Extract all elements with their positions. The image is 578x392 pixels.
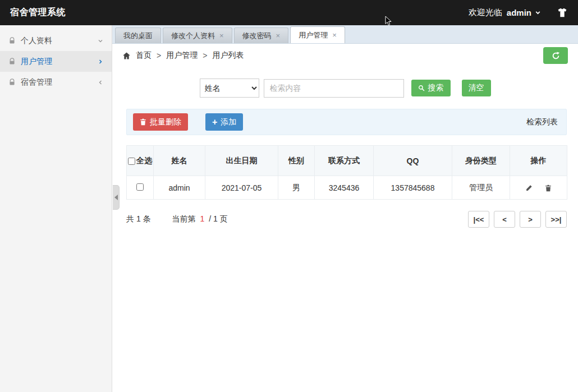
clear-button-label: 清空 <box>469 83 484 93</box>
close-icon[interactable]: × <box>219 32 224 39</box>
clear-button[interactable]: 清空 <box>462 80 491 96</box>
chevron-left-icon <box>114 195 118 200</box>
first-page-button[interactable]: |<< <box>468 211 489 228</box>
search-button[interactable]: 搜索 <box>411 80 451 96</box>
cell-actions <box>510 176 567 200</box>
refresh-button[interactable] <box>543 47 568 64</box>
topbar-right: 欢迎光临 admin <box>469 7 568 18</box>
table-footer: 共 1 条 当前第 1 / 1 页 |<< < > >>| <box>126 211 567 228</box>
current-page-suffix: / 1 页 <box>209 214 227 223</box>
table-row: admin 2021-07-05 男 3245436 1357845688 管理… <box>127 176 567 200</box>
batch-delete-label: 批量删除 <box>150 117 181 127</box>
prev-page-button[interactable]: < <box>494 211 515 228</box>
add-button[interactable]: + 添加 <box>205 113 243 131</box>
sidebar-item-label: 用户管理 <box>21 57 52 67</box>
profile-icon <box>8 37 16 44</box>
close-icon[interactable]: × <box>276 32 281 39</box>
sidebar-item-label: 个人资料 <box>21 36 52 46</box>
select-all: 全选 <box>128 156 152 165</box>
search-input[interactable] <box>264 79 404 98</box>
toolbar-panel: 批量删除 + 添加 检索列表 <box>126 109 567 135</box>
app-title: 宿舍管理系统 <box>10 7 66 19</box>
cell-birthday: 2021-07-05 <box>205 176 278 200</box>
tab-label: 修改个人资料 <box>171 31 215 41</box>
tab-bar: 我的桌面 修改个人资料 × 修改密码 × 用户管理 × <box>112 25 578 44</box>
user-menu[interactable]: admin <box>507 8 541 17</box>
close-icon[interactable]: × <box>332 31 337 39</box>
cell-role: 管理员 <box>452 176 510 200</box>
chevron-left-icon <box>98 80 103 85</box>
cell-contact: 3245436 <box>315 176 374 200</box>
header-contact: 联系方式 <box>315 146 374 176</box>
dorm-icon <box>8 79 16 86</box>
tab-label: 用户管理 <box>299 30 328 40</box>
breadcrumb-separator: > <box>157 51 161 60</box>
welcome-text: 欢迎光临 <box>469 7 502 18</box>
users-icon <box>8 58 16 65</box>
tab-label: 我的桌面 <box>123 31 153 41</box>
last-page-button[interactable]: >>| <box>545 211 567 228</box>
header-role: 身份类型 <box>452 146 510 176</box>
refresh-icon <box>552 52 560 60</box>
delete-button[interactable] <box>545 185 552 192</box>
tab-my-desktop[interactable]: 我的桌面 <box>115 27 161 43</box>
breadcrumb-user-list: 用户列表 <box>212 50 244 61</box>
current-page-number: 1 <box>200 214 204 223</box>
row-checkbox[interactable] <box>136 183 144 191</box>
next-page-button[interactable]: > <box>520 211 541 228</box>
search-form: 姓名 搜索 清空 <box>112 79 578 98</box>
topbar: 宿舍管理系统 欢迎光临 admin <box>0 0 578 25</box>
chevron-down-icon <box>98 38 103 44</box>
search-button-label: 搜索 <box>428 83 444 93</box>
shirt-icon[interactable] <box>557 8 568 18</box>
header-birthday: 出生日期 <box>205 146 278 176</box>
trash-icon <box>140 118 146 126</box>
plus-icon: + <box>212 118 217 127</box>
sidebar-collapse-handle[interactable] <box>113 185 120 210</box>
header-name: 姓名 <box>154 146 205 176</box>
header-actions: 操作 <box>510 146 567 176</box>
add-button-label: 添加 <box>221 117 236 127</box>
search-icon <box>418 85 425 91</box>
sidebar-item-user-manage[interactable]: 用户管理 <box>0 51 112 72</box>
pagination: |<< < > >>| <box>468 211 567 228</box>
cell-name: admin <box>154 176 205 200</box>
total-count: 共 1 条 <box>126 214 151 224</box>
cell-qq: 1357845688 <box>374 176 452 200</box>
tab-label: 修改密码 <box>242 31 272 41</box>
main-content: 我的桌面 修改个人资料 × 修改密码 × 用户管理 × 首页 > 用户管理 > … <box>112 25 578 392</box>
cell-gender: 男 <box>278 176 315 200</box>
current-page-prefix: 当前第 <box>172 214 196 223</box>
breadcrumb-user-manage[interactable]: 用户管理 <box>166 50 198 61</box>
sidebar: 个人资料 用户管理 宿舍管理 <box>0 25 112 392</box>
header-gender: 性别 <box>278 146 315 176</box>
select-all-header: 全选 <box>127 146 154 176</box>
row-checkbox-cell <box>127 176 154 200</box>
chevron-right-icon <box>98 59 103 64</box>
user-table: 全选 姓名 出生日期 性别 联系方式 QQ 身份类型 操作 admin 2021… <box>126 145 567 200</box>
search-list-label: 检索列表 <box>526 117 560 127</box>
breadcrumb-separator: > <box>203 51 207 60</box>
breadcrumb-home[interactable]: 首页 <box>136 50 152 61</box>
edit-button[interactable] <box>525 185 533 192</box>
batch-delete-button[interactable]: 批量删除 <box>133 113 188 131</box>
sidebar-item-label: 宿舍管理 <box>21 77 52 87</box>
sidebar-item-dorm-manage[interactable]: 宿舍管理 <box>0 72 112 93</box>
chevron-down-icon <box>535 10 541 16</box>
table-header-row: 全选 姓名 出生日期 性别 联系方式 QQ 身份类型 操作 <box>127 146 567 176</box>
select-all-label: 全选 <box>136 156 152 165</box>
search-field-select[interactable]: 姓名 <box>200 79 259 98</box>
sidebar-item-profile[interactable]: 个人资料 <box>0 30 112 51</box>
tab-change-password[interactable]: 修改密码 × <box>234 27 289 43</box>
home-icon <box>122 52 131 60</box>
current-page-text: 当前第 1 / 1 页 <box>172 214 228 224</box>
username-text: admin <box>507 8 531 17</box>
select-all-checkbox[interactable] <box>128 158 135 165</box>
tab-edit-profile[interactable]: 修改个人资料 × <box>163 27 232 43</box>
breadcrumb: 首页 > 用户管理 > 用户列表 <box>112 44 578 67</box>
tab-user-manage[interactable]: 用户管理 × <box>290 26 345 43</box>
header-qq: QQ <box>374 146 452 176</box>
